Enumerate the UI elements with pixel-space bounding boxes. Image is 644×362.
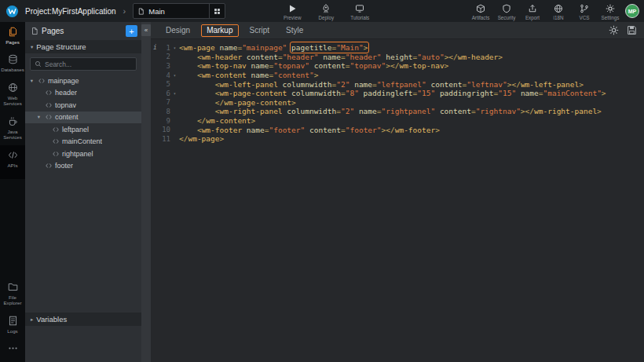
main-row: PagesDatabasesWeb ServicesJava ServicesA… [0, 22, 644, 362]
code-line[interactable]: 6▾ <wm-page-content columnwidth="8" padd… [151, 89, 644, 98]
rocket-icon [321, 4, 331, 13]
chevron-right-icon: › [123, 6, 126, 16]
page-list-button[interactable] [209, 4, 225, 18]
page-structure-header[interactable]: ▾ Page Structure [25, 40, 141, 53]
user-avatar[interactable]: MP [625, 4, 639, 18]
tree-item-label: topnav [55, 101, 76, 109]
folder-icon [8, 282, 18, 292]
code-text: <wm-header content="header" name="header… [179, 53, 503, 61]
topbar-tool-settings[interactable]: Settings [600, 2, 620, 20]
pages-panel-header: Pages + [25, 22, 141, 40]
tree-item-label: mainContent [62, 137, 102, 145]
tree-item-label: content [55, 113, 79, 121]
page-selector[interactable]: Main [133, 3, 225, 19]
code-text: </wm-page> [179, 134, 224, 143]
tree-item-footer[interactable]: footer [25, 160, 141, 173]
variables-header[interactable]: ▸ Variables [25, 313, 141, 326]
collapse-panel-button[interactable]: « [141, 24, 151, 36]
fold-marker[interactable]: ▾ [170, 91, 179, 96]
search-input[interactable] [45, 60, 132, 68]
save-icon[interactable] [627, 25, 637, 35]
rail-item-label: Logs [7, 328, 17, 334]
topbar-tool-security[interactable]: Security [496, 2, 517, 20]
page-file-icon [137, 7, 145, 16]
code-line[interactable]: 7 </wm-page-content> [151, 98, 644, 108]
code-line[interactable]: 2 <wm-header content="header" name="head… [151, 53, 644, 62]
chevron-down-icon: ▾ [31, 44, 33, 50]
db-icon [8, 54, 18, 64]
tab-markup[interactable]: Markup [201, 24, 238, 37]
fold-marker[interactable]: ▾ [170, 73, 179, 78]
code-line[interactable]: i1▾<wm-page name="mainpage" pagetitle="M… [151, 43, 644, 53]
widget-icon [52, 126, 60, 133]
globe-icon [554, 4, 563, 13]
wavemaker-studio: Project:MyFirstApplication › Main Previe… [0, 0, 644, 362]
tool-label: Deploy [318, 15, 334, 20]
code-line[interactable]: 4▾ <wm-content name="content"> [151, 71, 644, 80]
tree-item-leftpanel[interactable]: leftpanel [25, 123, 141, 136]
globe-icon [8, 82, 18, 93]
tool-label: Settings [602, 15, 620, 20]
widget-icon [38, 77, 46, 85]
code-text: </wm-content> [179, 116, 255, 125]
widget-icon [45, 113, 53, 121]
topbar-tool-i18n[interactable]: i18N [548, 2, 569, 20]
line-number: 9 [159, 117, 170, 125]
gear-icon [606, 4, 615, 13]
rail-item-file-explorer[interactable]: File Explorer [0, 277, 25, 311]
rail-item-logs[interactable]: Logs [0, 311, 25, 338]
topbar-tool-preview[interactable]: Preview [282, 2, 302, 20]
rail-item-databases[interactable]: Databases [0, 49, 25, 77]
line-number: 7 [159, 98, 170, 106]
expand-arrow[interactable]: ▾ [35, 114, 42, 120]
export-icon [528, 4, 537, 13]
expand-arrow[interactable]: ▾ [28, 78, 35, 84]
line-number: 1 [159, 44, 170, 52]
tab-script[interactable]: Script [244, 24, 276, 37]
rail-item-label: File Explorer [1, 294, 24, 306]
tree-item-label: leftpanel [62, 126, 89, 133]
code-line[interactable]: 9 </wm-content> [151, 116, 644, 126]
tree-item-mainContent[interactable]: mainContent [25, 136, 141, 148]
tree-item-rightpanel[interactable]: rightpanel [25, 148, 141, 160]
topbar-tool-deploy[interactable]: Deploy [316, 2, 336, 20]
code-text: <wm-page name="mainpage" pagetitle="Main… [179, 43, 368, 52]
code-line[interactable]: 3 <wm-top-nav name="topnav" content="top… [151, 61, 644, 71]
rail-item-more[interactable] [0, 338, 25, 360]
java-icon [8, 116, 18, 126]
topbar-tool-export[interactable]: Export [522, 2, 543, 20]
panel-footer-space [25, 326, 141, 362]
topbar-tool-tutorials[interactable]: Tutorials [349, 2, 370, 20]
topbar-center-tools: PreviewDeployTutorials [282, 2, 370, 20]
markup-settings-icon[interactable] [609, 25, 619, 35]
add-page-button[interactable]: + [126, 25, 137, 37]
tree-item-content[interactable]: ▾content [25, 112, 141, 124]
rail-item-web-services[interactable]: Web Services [0, 78, 25, 112]
tree-item-header[interactable]: header [25, 87, 141, 100]
code-line[interactable]: 11</wm-page> [151, 134, 644, 144]
line-number: 2 [159, 53, 170, 60]
tree-item-mainpage[interactable]: ▾mainpage [25, 75, 141, 87]
code-line[interactable]: 10 <wm-footer name="footer" content="foo… [151, 125, 644, 134]
rail-item-java-services[interactable]: Java Services [0, 112, 25, 145]
line-number: 5 [159, 80, 170, 88]
topbar-tool-vcs[interactable]: VCS [574, 2, 595, 20]
rail-item-pages[interactable]: Pages [0, 22, 25, 49]
tab-style[interactable]: Style [280, 24, 309, 37]
tool-label: VCS [580, 15, 590, 20]
fold-marker[interactable]: ▾ [170, 46, 179, 50]
line-number: 3 [159, 62, 170, 70]
rail-item-apis[interactable]: APIs [0, 145, 25, 179]
code-area[interactable]: i1▾<wm-page name="mainpage" pagetitle="M… [151, 39, 644, 362]
code-line[interactable]: 5 <wm-left-panel columnwidth="2" name="l… [151, 79, 644, 89]
widget-icon [52, 137, 60, 145]
line-number: 6 [159, 90, 170, 97]
topbar-tool-artifacts[interactable]: Artifacts [470, 2, 491, 20]
grid-icon [214, 8, 221, 15]
api-icon [8, 150, 18, 160]
tab-design[interactable]: Design [160, 24, 196, 37]
code-line[interactable]: 8 <wm-right-panel columnwidth="2" name="… [151, 107, 644, 116]
code-text: </wm-page-content> [179, 98, 296, 107]
rail-item-label: Pages [5, 39, 20, 45]
tree-item-topnav[interactable]: topnav [25, 99, 141, 112]
